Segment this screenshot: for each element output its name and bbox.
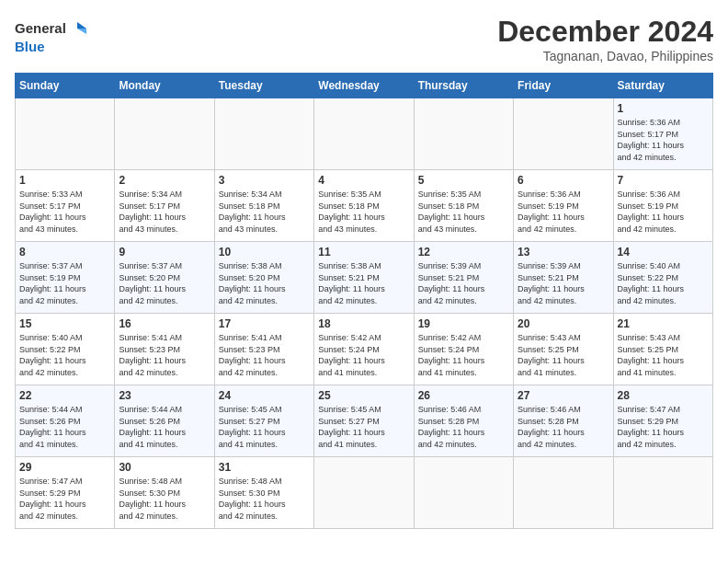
calendar-cell: 29 Sunrise: 5:47 AMSunset: 5:29 PMDaylig… — [16, 457, 115, 529]
calendar-cell: 11 Sunrise: 5:38 AMSunset: 5:21 PMDaylig… — [314, 242, 414, 314]
day-info: Sunrise: 5:47 AMSunset: 5:29 PMDaylight:… — [19, 477, 86, 521]
day-info: Sunrise: 5:42 AMSunset: 5:24 PMDaylight:… — [418, 333, 485, 377]
calendar-cell: 18 Sunrise: 5:42 AMSunset: 5:24 PMDaylig… — [314, 314, 414, 385]
calendar-cell — [314, 98, 414, 170]
day-info: Sunrise: 5:46 AMSunset: 5:28 PMDaylight:… — [418, 405, 485, 449]
day-info: Sunrise: 5:45 AMSunset: 5:27 PMDaylight:… — [219, 405, 286, 449]
calendar-cell — [613, 457, 712, 529]
calendar-cell — [514, 98, 613, 170]
logo: General Blue — [15, 15, 88, 55]
day-number: 12 — [418, 246, 509, 259]
day-number: 30 — [119, 461, 210, 474]
svg-marker-1 — [77, 29, 86, 34]
day-number: 4 — [318, 174, 409, 187]
day-info: Sunrise: 5:34 AMSunset: 5:17 PMDaylight:… — [119, 190, 186, 234]
day-number: 19 — [418, 317, 509, 330]
svg-marker-0 — [77, 22, 86, 29]
calendar-cell: 12 Sunrise: 5:39 AMSunset: 5:21 PMDaylig… — [414, 242, 513, 314]
calendar-cell: 6 Sunrise: 5:36 AMSunset: 5:19 PMDayligh… — [514, 170, 613, 242]
day-info: Sunrise: 5:40 AMSunset: 5:22 PMDaylight:… — [19, 333, 86, 377]
day-number: 1 — [618, 102, 709, 115]
week-row-5: 29 Sunrise: 5:47 AMSunset: 5:29 PMDaylig… — [16, 457, 713, 529]
day-number: 16 — [119, 317, 210, 330]
day-info: Sunrise: 5:35 AMSunset: 5:18 PMDaylight:… — [318, 190, 385, 234]
header-day-monday: Monday — [115, 74, 214, 98]
day-info: Sunrise: 5:46 AMSunset: 5:28 PMDaylight:… — [518, 405, 585, 449]
main-title: December 2024 — [497, 15, 713, 49]
calendar-cell — [115, 98, 214, 170]
calendar-cell: 27 Sunrise: 5:46 AMSunset: 5:28 PMDaylig… — [514, 385, 613, 457]
header-day-tuesday: Tuesday — [214, 74, 313, 98]
week-row-2: 8 Sunrise: 5:37 AMSunset: 5:19 PMDayligh… — [16, 242, 713, 314]
day-number: 7 — [618, 174, 709, 187]
week-row-4: 22 Sunrise: 5:44 AMSunset: 5:26 PMDaylig… — [16, 385, 713, 457]
header-row: SundayMondayTuesdayWednesdayThursdayFrid… — [16, 74, 713, 98]
calendar-cell: 4 Sunrise: 5:35 AMSunset: 5:18 PMDayligh… — [314, 170, 414, 242]
calendar-cell: 23 Sunrise: 5:44 AMSunset: 5:26 PMDaylig… — [115, 385, 214, 457]
calendar-cell — [414, 98, 513, 170]
day-number: 29 — [19, 461, 110, 474]
day-number: 15 — [19, 317, 110, 330]
calendar-cell: 14 Sunrise: 5:40 AMSunset: 5:22 PMDaylig… — [613, 242, 712, 314]
day-number: 25 — [318, 389, 409, 402]
calendar-cell: 17 Sunrise: 5:41 AMSunset: 5:23 PMDaylig… — [214, 314, 313, 385]
calendar-cell: 22 Sunrise: 5:44 AMSunset: 5:26 PMDaylig… — [16, 385, 115, 457]
title-section: December 2024 Tagnanan, Davao, Philippin… — [497, 15, 713, 63]
calendar-cell: 25 Sunrise: 5:45 AMSunset: 5:27 PMDaylig… — [314, 385, 414, 457]
day-info: Sunrise: 5:41 AMSunset: 5:23 PMDaylight:… — [119, 333, 186, 377]
day-info: Sunrise: 5:42 AMSunset: 5:24 PMDaylight:… — [318, 333, 385, 377]
week-row-3: 15 Sunrise: 5:40 AMSunset: 5:22 PMDaylig… — [16, 314, 713, 385]
logo-general: General — [15, 20, 66, 37]
day-number: 3 — [219, 174, 310, 187]
day-info: Sunrise: 5:36 AMSunset: 5:19 PMDaylight:… — [618, 190, 685, 234]
day-number: 1 — [19, 174, 110, 187]
day-number: 24 — [219, 389, 310, 402]
calendar-cell: 20 Sunrise: 5:43 AMSunset: 5:25 PMDaylig… — [514, 314, 613, 385]
day-info: Sunrise: 5:37 AMSunset: 5:20 PMDaylight:… — [119, 261, 186, 305]
day-number: 11 — [318, 246, 409, 259]
calendar-cell: 10 Sunrise: 5:38 AMSunset: 5:20 PMDaylig… — [214, 242, 313, 314]
header-day-wednesday: Wednesday — [314, 74, 414, 98]
day-info: Sunrise: 5:48 AMSunset: 5:30 PMDaylight:… — [219, 477, 286, 521]
calendar-cell: 26 Sunrise: 5:46 AMSunset: 5:28 PMDaylig… — [414, 385, 513, 457]
day-info: Sunrise: 5:47 AMSunset: 5:29 PMDaylight:… — [618, 405, 685, 449]
day-number: 14 — [618, 246, 709, 259]
header-day-thursday: Thursday — [414, 74, 513, 98]
calendar-cell: 31 Sunrise: 5:48 AMSunset: 5:30 PMDaylig… — [214, 457, 313, 529]
week-row-0: 1 Sunrise: 5:36 AMSunset: 5:17 PMDayligh… — [16, 98, 713, 170]
day-number: 10 — [219, 246, 310, 259]
day-info: Sunrise: 5:41 AMSunset: 5:23 PMDaylight:… — [219, 333, 286, 377]
calendar-cell — [514, 457, 613, 529]
day-number: 27 — [518, 389, 609, 402]
day-info: Sunrise: 5:38 AMSunset: 5:20 PMDaylight:… — [219, 261, 286, 305]
day-number: 2 — [119, 174, 210, 187]
calendar-cell: 7 Sunrise: 5:36 AMSunset: 5:19 PMDayligh… — [613, 170, 712, 242]
calendar-table: SundayMondayTuesdayWednesdayThursdayFrid… — [15, 73, 713, 529]
header-day-friday: Friday — [514, 74, 613, 98]
calendar-cell: 2 Sunrise: 5:34 AMSunset: 5:17 PMDayligh… — [115, 170, 214, 242]
day-info: Sunrise: 5:39 AMSunset: 5:21 PMDaylight:… — [418, 261, 485, 305]
calendar-cell: 1 Sunrise: 5:36 AMSunset: 5:17 PMDayligh… — [613, 98, 712, 170]
calendar-cell: 1 Sunrise: 5:33 AMSunset: 5:17 PMDayligh… — [16, 170, 115, 242]
subtitle: Tagnanan, Davao, Philippines — [497, 49, 713, 63]
page: General Blue December 2024 Tagnanan, Dav… — [0, 0, 728, 538]
calendar-cell: 16 Sunrise: 5:41 AMSunset: 5:23 PMDaylig… — [115, 314, 214, 385]
day-info: Sunrise: 5:34 AMSunset: 5:18 PMDaylight:… — [219, 190, 286, 234]
day-number: 28 — [618, 389, 709, 402]
header-day-saturday: Saturday — [613, 74, 712, 98]
logo-bird-icon — [68, 18, 88, 39]
day-info: Sunrise: 5:33 AMSunset: 5:17 PMDaylight:… — [19, 190, 86, 234]
day-number: 9 — [119, 246, 210, 259]
day-info: Sunrise: 5:35 AMSunset: 5:18 PMDaylight:… — [418, 190, 485, 234]
day-number: 5 — [418, 174, 509, 187]
day-number: 31 — [219, 461, 310, 474]
day-info: Sunrise: 5:36 AMSunset: 5:19 PMDaylight:… — [518, 190, 585, 234]
day-number: 21 — [618, 317, 709, 330]
day-info: Sunrise: 5:36 AMSunset: 5:17 PMDaylight:… — [618, 118, 685, 162]
day-number: 26 — [418, 389, 509, 402]
day-info: Sunrise: 5:44 AMSunset: 5:26 PMDaylight:… — [119, 405, 186, 449]
calendar-cell — [16, 98, 115, 170]
day-number: 22 — [19, 389, 110, 402]
header-day-sunday: Sunday — [16, 74, 115, 98]
calendar-cell: 24 Sunrise: 5:45 AMSunset: 5:27 PMDaylig… — [214, 385, 313, 457]
